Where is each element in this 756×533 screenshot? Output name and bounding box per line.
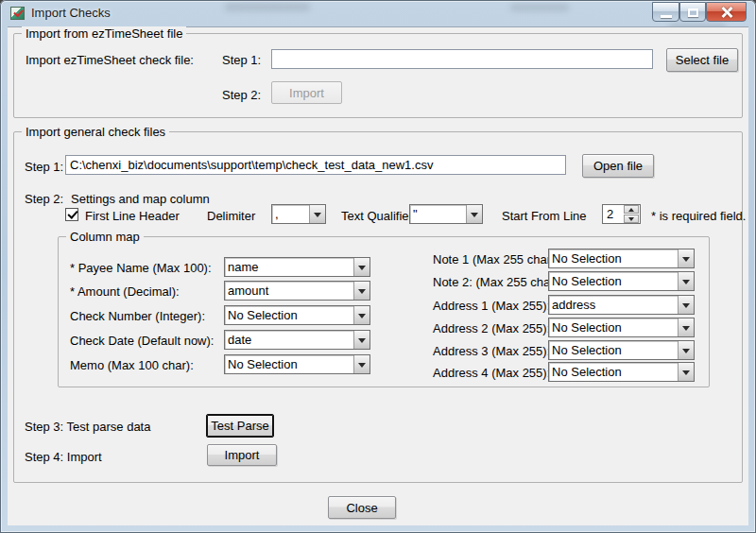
eztimesheet-import-button[interactable]: Import <box>271 81 342 104</box>
address1-label: Address 1 (Max 255): <box>433 299 550 313</box>
selected-value: , <box>275 207 307 221</box>
selected-value: No Selection <box>552 343 676 357</box>
chevron-down-icon <box>358 363 366 368</box>
selected-value: address <box>552 298 676 312</box>
text-qualifier-label: Text Qualifier <box>341 209 413 223</box>
dropdown-button[interactable] <box>309 205 325 223</box>
check-date-label: Check Date (Default now): <box>70 334 214 348</box>
required-field-note: * is required field. <box>651 209 746 223</box>
group-title: Column map <box>66 230 144 244</box>
memo-label: Memo (Max 100 char): <box>70 358 194 372</box>
check-number-select[interactable]: No Selection <box>224 305 370 325</box>
triangle-down-icon <box>628 217 634 221</box>
chevron-down-icon <box>682 370 690 375</box>
close-icon <box>721 7 732 18</box>
import-checks-window: Import Checks Import from ezTimeSheet fi… <box>0 0 756 533</box>
button-label: Close <box>346 501 377 515</box>
address3-select[interactable]: No Selection <box>548 340 695 360</box>
chevron-down-icon <box>358 338 366 343</box>
check-file-path-input[interactable] <box>65 155 566 175</box>
selected-value: amount <box>228 284 352 298</box>
delimiter-select[interactable]: , <box>271 204 326 224</box>
chevron-down-icon <box>682 326 690 331</box>
close-window-button[interactable] <box>706 2 747 22</box>
note2-label: Note 2: (Max 255 char): <box>433 275 562 289</box>
dropdown-button[interactable] <box>678 363 694 381</box>
chevron-down-icon <box>471 213 478 217</box>
dropdown-button[interactable] <box>353 258 369 276</box>
minimize-button[interactable] <box>652 2 679 22</box>
selected-value: No Selection <box>228 357 352 371</box>
memo-select[interactable]: No Selection <box>224 354 370 374</box>
minimize-icon <box>661 15 672 18</box>
address2-select[interactable]: No Selection <box>548 318 695 337</box>
step2-label: Step 2: <box>222 88 261 102</box>
maximize-button[interactable] <box>679 2 706 22</box>
eztimesheet-file-label: Import ezTimeSheet check file: <box>26 53 194 67</box>
step2-sublabel: Settings and map column <box>71 192 210 206</box>
button-label: Open file <box>593 159 643 173</box>
step3-label: Step 3: Test parse data <box>25 420 150 434</box>
button-label: Select file <box>676 53 729 67</box>
address2-label: Address 2 (Max 255): <box>433 321 550 335</box>
step1-label: Step 1: <box>25 160 63 174</box>
dialog-client-area: Import from ezTimeSheet file Import ezTi… <box>8 26 748 525</box>
dropdown-button[interactable] <box>678 249 694 267</box>
selected-value: No Selection <box>552 251 676 266</box>
dropdown-button[interactable] <box>353 331 369 349</box>
amount-select[interactable]: amount <box>224 281 370 301</box>
note1-label: Note 1 (Max 255 char) <box>433 252 555 266</box>
start-from-line-label: Start From Line <box>502 209 587 223</box>
chevron-down-icon <box>682 257 690 262</box>
check-number-label: Check Number (Integer): <box>70 309 205 323</box>
open-file-button[interactable]: Open file <box>582 154 654 178</box>
address1-select[interactable]: address <box>548 295 695 315</box>
window-title: Import Checks <box>31 6 111 20</box>
chevron-down-icon <box>358 314 366 318</box>
step1-label: Step 1: <box>222 53 261 67</box>
select-file-button[interactable]: Select file <box>666 48 738 72</box>
spin-up-button[interactable] <box>624 205 639 214</box>
first-line-header-label: First Line Header <box>85 209 180 223</box>
column-map-group: Column map * Payee Name (Max 100): name … <box>58 236 710 387</box>
stepper-value: 2 <box>607 207 613 221</box>
dropdown-button[interactable] <box>678 341 694 359</box>
first-line-header-checkbox[interactable] <box>65 208 78 221</box>
dropdown-button[interactable] <box>678 296 694 314</box>
test-parse-button[interactable]: Test Parse <box>206 414 274 438</box>
note2-select[interactable]: No Selection <box>548 271 695 291</box>
close-button[interactable]: Close <box>328 496 396 519</box>
eztimesheet-file-input[interactable] <box>271 49 653 69</box>
title-bar[interactable]: Import Checks <box>0 0 756 26</box>
group-title: Import general check files <box>22 125 169 139</box>
dropdown-button[interactable] <box>466 205 482 223</box>
step4-label: Step 4: Import <box>25 450 102 464</box>
dropdown-button[interactable] <box>353 355 369 373</box>
aero-glass-smudge <box>225 3 310 11</box>
dropdown-button[interactable] <box>678 318 694 336</box>
payee-name-select[interactable]: name <box>224 257 370 277</box>
selected-value: No Selection <box>552 365 676 379</box>
button-label: Import <box>225 448 260 462</box>
general-check-files-group: Import general check files Step 1: Open … <box>13 131 743 483</box>
aero-glass-smudge <box>510 4 569 11</box>
start-from-line-stepper[interactable]: 2 <box>602 204 641 224</box>
selected-value: name <box>228 260 352 274</box>
checks-icon <box>10 7 25 20</box>
selected-value: date <box>228 333 352 347</box>
group-title: Import from ezTimeSheet file <box>22 26 186 41</box>
dropdown-button[interactable] <box>353 282 369 300</box>
text-qualifier-select[interactable]: " <box>409 204 483 224</box>
selected-value: " <box>413 207 464 221</box>
import-button[interactable]: Import <box>207 444 277 466</box>
chevron-down-icon <box>358 266 366 270</box>
address4-select[interactable]: No Selection <box>548 362 695 382</box>
amount-label: * Amount (Decimal): <box>70 284 180 299</box>
dropdown-button[interactable] <box>678 272 694 290</box>
button-label: Import <box>289 86 324 100</box>
check-date-select[interactable]: date <box>224 330 370 350</box>
spin-down-button[interactable] <box>624 215 639 223</box>
chevron-down-icon <box>682 280 690 284</box>
note1-select[interactable]: No Selection <box>548 249 695 268</box>
dropdown-button[interactable] <box>353 306 369 324</box>
